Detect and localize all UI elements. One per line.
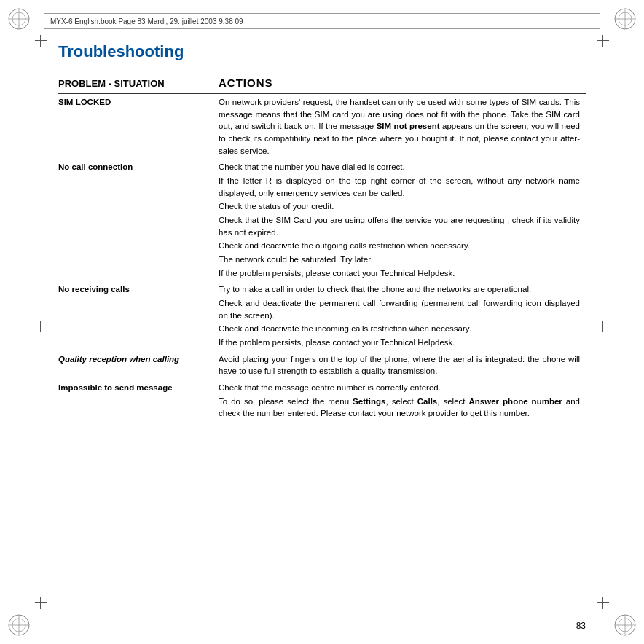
crosshair-top-right [597,35,609,47]
corner-decoration-tl [6,6,32,32]
crosshair-top-left [35,35,47,47]
header-text: MYX-6 English.book Page 83 Mardi, 29. ju… [50,17,243,25]
table-row: Impossible to send message Check that th… [58,380,586,422]
actions-cell-no-receiving: Try to make a call in order to check tha… [219,281,586,350]
header-bar: MYX-6 English.book Page 83 Mardi, 29. ju… [44,13,600,29]
problem-cell-sim-locked: SIM LOCKED [58,94,219,160]
main-content: Troubleshooting Problem - Situation Acti… [58,42,586,604]
corner-decoration-bl [6,612,32,638]
table-row: Quality reception when calling Avoid pla… [58,351,586,380]
actions-cell-impossible: Check that the message centre number is … [219,380,586,422]
col-header-actions: Actions [219,74,586,94]
page-number: 83 [576,621,586,631]
corner-decoration-tr [612,6,638,32]
problem-cell-no-call: No call connection [58,159,219,281]
problem-cell-impossible: Impossible to send message [58,380,219,422]
problem-cell-no-receiving: No receiving calls [58,281,219,350]
table-row: No receiving calls Try to make a call in… [58,281,586,350]
table-row: SIM LOCKED On network providers' request… [58,94,586,160]
crosshair-bottom-left [35,597,47,609]
crosshair-mid-right [597,321,609,332]
page-title: Troubleshooting [58,42,586,66]
crosshair-mid-left [35,321,47,332]
crosshair-bottom-right [597,597,609,609]
corner-decoration-br [612,612,638,638]
actions-cell-quality: Avoid placing your fingers on the top of… [219,351,586,380]
bottom-divider [58,616,586,616]
troubleshooting-table: Problem - Situation Actions SIM LOCKED O… [58,74,586,422]
actions-cell-no-call: Check that the number you have dialled i… [219,159,586,281]
col-header-problem: Problem - Situation [58,74,219,94]
table-row: No call connection Check that the number… [58,159,586,281]
problem-cell-quality: Quality reception when calling [58,351,219,380]
actions-cell-sim-locked: On network providers' request, the hands… [219,94,586,160]
page-container: MYX-6 English.book Page 83 Mardi, 29. ju… [0,0,644,644]
